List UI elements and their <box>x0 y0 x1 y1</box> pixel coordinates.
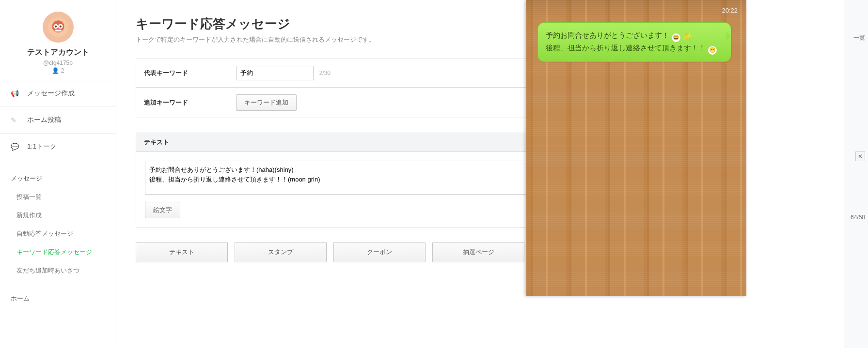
nav-one-to-one-label: 1:1トーク <box>27 142 57 151</box>
char-count: 64/50 <box>851 214 865 221</box>
megaphone-icon: 📢 <box>11 90 20 97</box>
bubble-line1: 予約お問合せありがとうございます！ <box>546 31 669 39</box>
add-lottery-button[interactable]: 抽選ページ <box>432 242 524 262</box>
rep-keyword-count: 2/30 <box>319 70 331 76</box>
svg-point-4 <box>55 26 57 28</box>
chat-icon: 💬 <box>11 143 20 151</box>
account-id: @clg4175b <box>0 60 116 66</box>
bubble-line2: 後程、担当から折り返し連絡させて頂きます！！ <box>546 44 706 52</box>
edit-icon: ✎ <box>11 116 20 124</box>
svg-point-5 <box>59 26 61 28</box>
add-coupon-button[interactable]: クーポン <box>333 242 426 262</box>
avatar-icon <box>47 16 69 38</box>
rep-keyword-input[interactable] <box>236 66 314 80</box>
haha-emoji-icon: 😄 <box>672 33 680 42</box>
chat-preview: 20:22 予約お問合せありがとうございます！ 😄 ✨ 後程、担当から折り返し連… <box>526 0 746 296</box>
avatar <box>43 12 74 43</box>
link-list[interactable]: 一覧 <box>853 34 865 42</box>
close-icon: ✕ <box>858 153 863 160</box>
sidebar: テストアカウント @clg4175b 👤2 📢 メッセージ作成 ✎ ホーム投稿 … <box>0 0 116 348</box>
nav-home-post-label: ホーム投稿 <box>27 116 61 124</box>
emoji-button[interactable]: 絵文字 <box>145 202 180 218</box>
sub-post-list[interactable]: 投稿一覧 <box>0 188 116 206</box>
preview-time: 20:22 <box>722 7 738 14</box>
nav-compose-label: メッセージ作成 <box>27 89 75 98</box>
messages-sublist: 投稿一覧 新規作成 自動応答メッセージ キーワード応答メッセージ 友だち追加時あ… <box>0 188 116 280</box>
add-keyword-label: 追加キーワード <box>136 88 228 118</box>
add-stamp-button[interactable]: スタンプ <box>235 242 327 262</box>
account-followers: 👤2 <box>0 67 116 74</box>
sub-keyword-reply[interactable]: キーワード応答メッセージ <box>0 243 116 261</box>
sub-auto-reply[interactable]: 自動応答メッセージ <box>0 225 116 243</box>
add-keyword-button[interactable]: キーワード追加 <box>236 94 297 111</box>
sub-new[interactable]: 新規作成 <box>0 206 116 225</box>
follower-count: 2 <box>61 67 64 74</box>
close-panel-button[interactable]: ✕ <box>855 151 865 161</box>
section-home-title: ホーム <box>0 280 116 308</box>
person-icon: 👤 <box>52 67 59 74</box>
nav-compose[interactable]: 📢 メッセージ作成 <box>0 80 116 106</box>
shiny-emoji-icon: ✨ <box>683 32 692 41</box>
sub-greeting[interactable]: 友だち追加時あいさつ <box>0 261 116 280</box>
nav-one-to-one[interactable]: 💬 1:1トーク <box>0 133 116 160</box>
preview-bubble: 予約お問合せありがとうございます！ 😄 ✨ 後程、担当から折り返し連絡させて頂き… <box>537 22 731 62</box>
section-messages-title: メッセージ <box>0 160 116 188</box>
rep-keyword-label: 代表キーワード <box>136 59 228 88</box>
svg-rect-6 <box>55 30 62 31</box>
profile-block: テストアカウント @clg4175b 👤2 <box>0 0 116 80</box>
right-rail: 一覧 ✕ 64/50 <box>844 0 868 348</box>
nav-home-post[interactable]: ✎ ホーム投稿 <box>0 106 116 133</box>
moon-grin-emoji-icon: 😁 <box>708 46 717 55</box>
add-text-button[interactable]: テキスト <box>136 242 228 262</box>
account-name: テストアカウント <box>0 47 116 58</box>
